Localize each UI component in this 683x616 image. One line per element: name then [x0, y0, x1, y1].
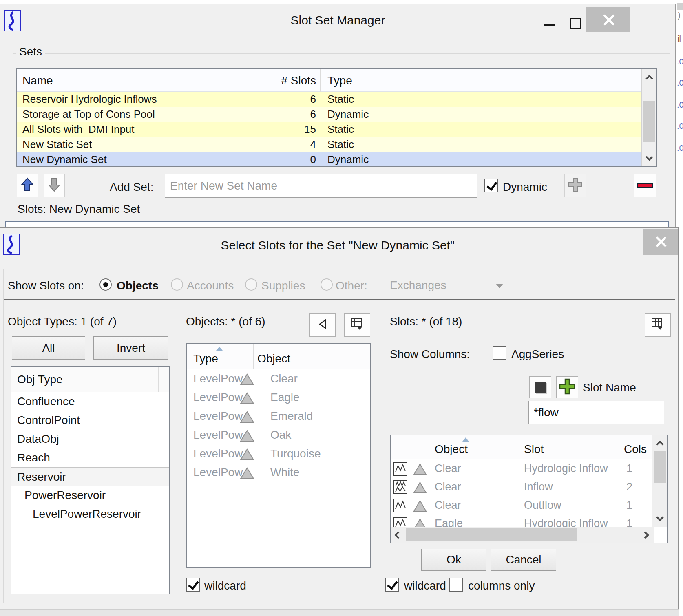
ok-button[interactable]: Ok	[421, 549, 486, 571]
slots-wildcard-checkbox[interactable]	[385, 578, 399, 592]
titlebar[interactable]: Slot Set Manager	[0, 4, 675, 37]
objects-wildcard-label[interactable]: wildcard	[204, 579, 246, 592]
set-row[interactable]: New Static Set4Static	[17, 137, 643, 152]
plus-icon	[567, 176, 584, 195]
object-row[interactable]: LevelPow Turquoise	[187, 444, 370, 463]
add-filter-button[interactable]	[556, 376, 578, 398]
scroll-up-icon[interactable]	[642, 69, 656, 84]
all-button[interactable]: All	[12, 336, 85, 360]
set-row[interactable]: All Slots with DMI Input15Static	[17, 122, 643, 137]
move-set-up-button[interactable]	[17, 174, 38, 197]
obj-type-item[interactable]: Reach	[11, 448, 169, 467]
columns-only-checkbox[interactable]	[449, 578, 463, 592]
column-header-object[interactable]: Object	[257, 352, 290, 365]
dynamic-checkbox[interactable]	[484, 179, 498, 192]
obj-type-item[interactable]: DataObj	[11, 430, 169, 448]
column-header-object[interactable]: Object	[435, 443, 468, 456]
scroll-down-icon[interactable]	[652, 512, 667, 526]
minimize-icon[interactable]	[544, 24, 555, 26]
dialog-content-frame: Show Slots on: Objects Accounts Supplies…	[3, 269, 674, 603]
obj-type-item[interactable]: LevelPowerReservoir	[11, 505, 169, 523]
objects-label: Objects: * (of 6)	[186, 315, 265, 328]
set-row-selected[interactable]: New Dynamic Set0Dynamic	[17, 152, 643, 167]
slot-name-filter-input[interactable]	[528, 401, 664, 424]
dialog-titlebar[interactable]: Select Slots for the Set "New Dynamic Se…	[0, 228, 678, 264]
radio-objects[interactable]	[99, 278, 112, 291]
object-row[interactable]: LevelPow Oak	[187, 426, 370, 444]
move-set-down-button[interactable]	[44, 174, 65, 197]
scrollbar-thumb[interactable]	[654, 451, 666, 483]
slots-wildcard-label[interactable]: wildcard	[404, 579, 446, 592]
radio-other[interactable]	[321, 278, 333, 291]
sets-group-label: Sets	[16, 45, 45, 58]
add-set-button[interactable]	[564, 174, 586, 197]
dynamic-checkbox-label[interactable]: Dynamic	[503, 181, 547, 194]
slots-table-header[interactable]: Object Slot Cols	[391, 435, 654, 459]
obj-type-item-selected[interactable]: Reservoir	[11, 467, 169, 486]
scrollbar-thumb[interactable]	[643, 101, 655, 142]
set-row[interactable]: Storage at Top of Cons Pool6Dynamic	[17, 107, 643, 122]
radio-accounts-label[interactable]: Accounts	[187, 279, 234, 292]
slot-set-manager-window: Slot Set Manager Sets Name # Slots Type	[0, 4, 676, 227]
scroll-down-icon[interactable]	[642, 151, 656, 166]
column-header-slot[interactable]: Slot	[524, 443, 544, 456]
slots-table-hscrollbar[interactable]	[391, 527, 654, 543]
set-row[interactable]: Reservoir Hydrologic Inflows6Static	[17, 92, 643, 107]
slots-view-menu-button[interactable]	[645, 313, 671, 337]
slots-table-vscrollbar[interactable]	[652, 435, 667, 527]
chevron-down-icon	[496, 284, 503, 288]
object-row[interactable]: LevelPow Clear	[187, 369, 370, 388]
radio-supplies-label[interactable]: Supplies	[261, 279, 305, 292]
deselect-objects-button[interactable]	[309, 313, 336, 337]
close-button[interactable]	[586, 7, 630, 32]
screen: ) il .0 .0 .0 .0 .0 Slot Set Manager S	[0, 0, 683, 616]
dialog-close-button[interactable]	[643, 229, 678, 255]
slot-row[interactable]: Clear Outflow 1	[391, 496, 654, 514]
background-text-fragment: .0	[677, 144, 683, 153]
other-dropdown[interactable]: Exchanges	[383, 274, 511, 297]
invert-button[interactable]: Invert	[93, 336, 168, 360]
column-header-cols[interactable]: Cols	[624, 443, 647, 456]
add-set-input[interactable]	[165, 174, 477, 198]
obj-type-header-label: Obj Type	[17, 373, 63, 386]
cancel-button[interactable]: Cancel	[491, 549, 556, 571]
object-row[interactable]: LevelPow White	[187, 463, 370, 482]
object-types-list-header[interactable]: Obj Type	[11, 367, 169, 392]
radio-objects-label[interactable]: Objects	[117, 279, 159, 292]
obj-type-item[interactable]: Confluence	[11, 392, 169, 411]
obj-type-item[interactable]: ControlPoint	[11, 411, 169, 430]
objects-table-header[interactable]: Type Object	[187, 344, 370, 369]
radio-accounts[interactable]	[171, 278, 183, 291]
sets-table-scrollbar[interactable]	[641, 69, 656, 166]
scrollbar-thumb[interactable]	[406, 528, 577, 541]
remove-set-button[interactable]	[634, 174, 656, 197]
column-header-type[interactable]: Type	[327, 74, 352, 87]
objects-view-menu-button[interactable]	[344, 313, 370, 337]
stop-square-icon	[535, 382, 546, 393]
scroll-right-icon[interactable]	[639, 528, 652, 542]
object-row[interactable]: LevelPow Eagle	[187, 388, 370, 407]
slot-name-label: Slot Name	[583, 381, 636, 394]
slot-row[interactable]: Clear Inflow 2	[391, 478, 654, 496]
background-text-fragment: .0	[677, 57, 683, 66]
obj-type-item[interactable]: PowerReservoir	[11, 486, 169, 505]
column-header-name[interactable]: Name	[22, 74, 53, 87]
column-header-type[interactable]: Type	[193, 352, 218, 365]
sets-table-header: Name # Slots Type	[17, 69, 643, 92]
columns-only-label[interactable]: columns only	[468, 579, 535, 592]
object-row[interactable]: LevelPow Emerald	[187, 407, 370, 426]
scroll-left-icon[interactable]	[391, 528, 404, 542]
aggseries-checkbox[interactable]	[493, 346, 506, 360]
maximize-icon[interactable]	[570, 18, 581, 29]
radio-supplies[interactable]	[245, 278, 257, 291]
other-dropdown-value: Exchanges	[390, 279, 446, 292]
slot-row[interactable]: Clear Hydrologic Inflow 1	[391, 459, 654, 478]
scroll-up-icon[interactable]	[652, 435, 667, 449]
grid-menu-icon	[351, 318, 364, 332]
aggseries-label[interactable]: AggSeries	[511, 348, 564, 361]
objects-wildcard-checkbox[interactable]	[186, 578, 200, 592]
dialog-title: Select Slots for the Set "New Dynamic Se…	[0, 238, 678, 252]
stop-filter-button[interactable]	[529, 376, 551, 398]
radio-other-label[interactable]: Other:	[336, 279, 367, 292]
column-header-slots[interactable]: # Slots	[270, 74, 316, 87]
